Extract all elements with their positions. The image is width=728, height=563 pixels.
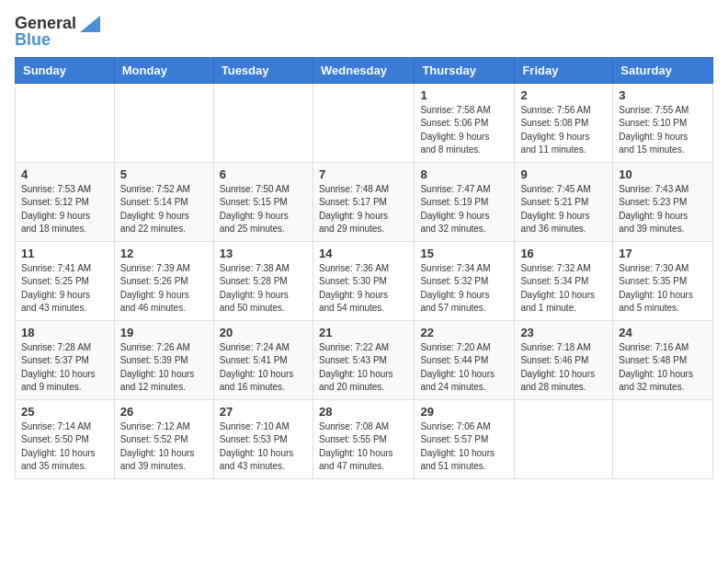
day-info: Sunrise: 7:48 AM Sunset: 5:17 PM Dayligh… [319, 183, 408, 236]
day-info: Sunrise: 7:26 AM Sunset: 5:39 PM Dayligh… [120, 341, 208, 395]
week-row-2: 4Sunrise: 7:53 AM Sunset: 5:12 PM Daylig… [16, 162, 713, 241]
weekday-header-monday: Monday [114, 57, 213, 83]
weekday-header-thursday: Thursday [415, 57, 515, 83]
day-number: 19 [120, 326, 208, 339]
weekday-header-tuesday: Tuesday [213, 57, 313, 83]
day-info: Sunrise: 7:22 AM Sunset: 5:43 PM Dayligh… [319, 341, 408, 395]
day-info: Sunrise: 7:14 AM Sunset: 5:50 PM Dayligh… [21, 420, 108, 474]
calendar-cell: 8Sunrise: 7:47 AM Sunset: 5:19 PM Daylig… [415, 162, 515, 241]
day-info: Sunrise: 7:16 AM Sunset: 5:48 PM Dayligh… [619, 341, 707, 395]
calendar-cell: 17Sunrise: 7:30 AM Sunset: 5:35 PM Dayli… [613, 241, 713, 320]
day-number: 18 [21, 326, 108, 339]
page-header: General Blue [15, 15, 713, 50]
calendar-cell: 26Sunrise: 7:12 AM Sunset: 5:52 PM Dayli… [114, 399, 213, 478]
calendar-cell: 18Sunrise: 7:28 AM Sunset: 5:37 PM Dayli… [16, 320, 115, 399]
calendar-cell: 23Sunrise: 7:18 AM Sunset: 5:46 PM Dayli… [515, 320, 613, 399]
weekday-header-wednesday: Wednesday [313, 57, 414, 83]
day-info: Sunrise: 7:34 AM Sunset: 5:32 PM Dayligh… [420, 262, 508, 316]
calendar-cell: 11Sunrise: 7:41 AM Sunset: 5:25 PM Dayli… [16, 241, 115, 320]
day-number: 6 [220, 167, 307, 181]
calendar-cell: 15Sunrise: 7:34 AM Sunset: 5:32 PM Dayli… [415, 241, 515, 320]
day-info: Sunrise: 7:52 AM Sunset: 5:14 PM Dayligh… [120, 183, 208, 236]
calendar-cell: 16Sunrise: 7:32 AM Sunset: 5:34 PM Dayli… [515, 241, 613, 320]
day-number: 24 [619, 326, 707, 339]
day-info: Sunrise: 7:24 AM Sunset: 5:41 PM Dayligh… [220, 341, 307, 395]
day-number: 23 [520, 326, 607, 339]
calendar-cell: 14Sunrise: 7:36 AM Sunset: 5:30 PM Dayli… [313, 241, 414, 320]
day-number: 11 [21, 247, 108, 260]
week-row-4: 18Sunrise: 7:28 AM Sunset: 5:37 PM Dayli… [16, 320, 713, 399]
day-number: 20 [220, 326, 307, 339]
day-number: 10 [619, 167, 707, 181]
calendar-cell [515, 399, 613, 478]
calendar-cell: 27Sunrise: 7:10 AM Sunset: 5:53 PM Dayli… [213, 399, 313, 478]
calendar-cell: 24Sunrise: 7:16 AM Sunset: 5:48 PM Dayli… [613, 320, 713, 399]
day-number: 5 [120, 167, 208, 181]
calendar-cell: 28Sunrise: 7:08 AM Sunset: 5:55 PM Dayli… [313, 399, 414, 478]
calendar-cell: 5Sunrise: 7:52 AM Sunset: 5:14 PM Daylig… [114, 162, 213, 241]
day-number: 26 [120, 405, 208, 419]
calendar-cell: 12Sunrise: 7:39 AM Sunset: 5:26 PM Dayli… [114, 241, 213, 320]
logo-blue: Blue [15, 31, 51, 50]
day-info: Sunrise: 7:18 AM Sunset: 5:46 PM Dayligh… [520, 341, 607, 395]
calendar-cell: 13Sunrise: 7:38 AM Sunset: 5:28 PM Dayli… [213, 241, 313, 320]
day-number: 22 [420, 326, 508, 339]
weekday-header-saturday: Saturday [613, 57, 713, 83]
day-number: 28 [319, 405, 408, 419]
week-row-3: 11Sunrise: 7:41 AM Sunset: 5:25 PM Dayli… [16, 241, 713, 320]
calendar-cell: 10Sunrise: 7:43 AM Sunset: 5:23 PM Dayli… [613, 162, 713, 241]
day-number: 17 [619, 247, 707, 260]
logo-container: General Blue [15, 15, 100, 50]
calendar-cell: 7Sunrise: 7:48 AM Sunset: 5:17 PM Daylig… [313, 162, 414, 241]
day-number: 14 [319, 247, 408, 260]
weekday-header-sunday: Sunday [16, 57, 115, 83]
calendar-table: SundayMondayTuesdayWednesdayThursdayFrid… [15, 57, 713, 479]
day-number: 25 [21, 405, 108, 419]
day-number: 13 [220, 247, 307, 260]
day-number: 3 [619, 88, 707, 102]
day-info: Sunrise: 7:47 AM Sunset: 5:19 PM Dayligh… [420, 183, 508, 236]
calendar-cell: 22Sunrise: 7:20 AM Sunset: 5:44 PM Dayli… [415, 320, 515, 399]
calendar-cell: 25Sunrise: 7:14 AM Sunset: 5:50 PM Dayli… [16, 399, 115, 478]
day-number: 21 [319, 326, 408, 339]
calendar-cell: 29Sunrise: 7:06 AM Sunset: 5:57 PM Dayli… [415, 399, 515, 478]
calendar-cell: 2Sunrise: 7:56 AM Sunset: 5:08 PM Daylig… [515, 83, 613, 162]
day-info: Sunrise: 7:53 AM Sunset: 5:12 PM Dayligh… [21, 183, 108, 236]
day-number: 27 [220, 405, 307, 419]
day-info: Sunrise: 7:39 AM Sunset: 5:26 PM Dayligh… [120, 262, 208, 316]
calendar-cell [213, 83, 313, 162]
day-info: Sunrise: 7:12 AM Sunset: 5:52 PM Dayligh… [120, 420, 208, 474]
calendar-cell: 9Sunrise: 7:45 AM Sunset: 5:21 PM Daylig… [515, 162, 613, 241]
day-number: 9 [520, 167, 607, 181]
calendar-cell [114, 83, 213, 162]
calendar-cell [313, 83, 414, 162]
calendar-cell: 6Sunrise: 7:50 AM Sunset: 5:15 PM Daylig… [213, 162, 313, 241]
calendar-cell [613, 399, 713, 478]
calendar-cell: 21Sunrise: 7:22 AM Sunset: 5:43 PM Dayli… [313, 320, 414, 399]
day-info: Sunrise: 7:32 AM Sunset: 5:34 PM Dayligh… [520, 262, 607, 316]
day-number: 1 [420, 88, 508, 102]
day-info: Sunrise: 7:38 AM Sunset: 5:28 PM Dayligh… [220, 262, 307, 316]
day-info: Sunrise: 7:10 AM Sunset: 5:53 PM Dayligh… [220, 420, 307, 474]
day-number: 4 [21, 167, 108, 181]
calendar-cell: 19Sunrise: 7:26 AM Sunset: 5:39 PM Dayli… [114, 320, 213, 399]
calendar-cell: 20Sunrise: 7:24 AM Sunset: 5:41 PM Dayli… [213, 320, 313, 399]
day-info: Sunrise: 7:45 AM Sunset: 5:21 PM Dayligh… [520, 183, 607, 236]
day-info: Sunrise: 7:50 AM Sunset: 5:15 PM Dayligh… [220, 183, 307, 236]
day-number: 15 [420, 247, 508, 260]
logo: General Blue [15, 15, 100, 50]
day-info: Sunrise: 7:28 AM Sunset: 5:37 PM Dayligh… [21, 341, 108, 395]
day-number: 7 [319, 167, 408, 181]
day-number: 12 [120, 247, 208, 260]
weekday-header-row: SundayMondayTuesdayWednesdayThursdayFrid… [16, 57, 713, 83]
svg-marker-0 [80, 16, 100, 32]
day-info: Sunrise: 7:58 AM Sunset: 5:06 PM Dayligh… [420, 104, 508, 157]
day-info: Sunrise: 7:06 AM Sunset: 5:57 PM Dayligh… [420, 420, 508, 474]
weekday-header-friday: Friday [515, 57, 613, 83]
calendar-cell: 3Sunrise: 7:55 AM Sunset: 5:10 PM Daylig… [613, 83, 713, 162]
week-row-1: 1Sunrise: 7:58 AM Sunset: 5:06 PM Daylig… [16, 83, 713, 162]
day-number: 16 [520, 247, 607, 260]
day-number: 8 [420, 167, 508, 181]
day-info: Sunrise: 7:56 AM Sunset: 5:08 PM Dayligh… [520, 104, 607, 157]
day-number: 2 [520, 88, 607, 102]
